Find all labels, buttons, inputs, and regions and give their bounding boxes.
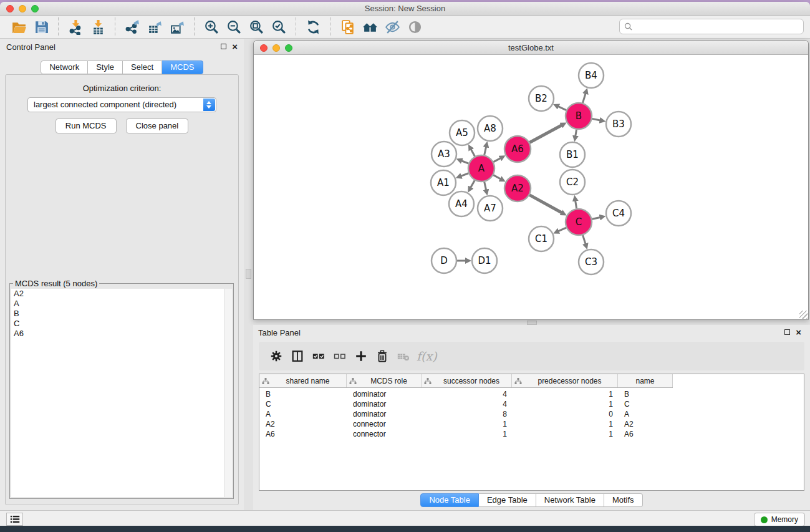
graph-edge-C-C3[interactable] [583, 235, 586, 244]
result-list-scrollbar[interactable] [224, 289, 232, 497]
table-cell: 8 [422, 409, 512, 419]
show-all-eye-icon[interactable] [405, 17, 424, 36]
graph-edge-A2-C[interactable] [529, 195, 562, 213]
minimize-window-button[interactable] [19, 5, 26, 12]
network-canvas[interactable]: B4B2BB3A5A8A6B1A3AC2A1A2A4A7C4CC1C3DD1 [254, 56, 808, 319]
table-row[interactable]: Cdominator41C [259, 399, 804, 409]
delete-column-trash-icon[interactable] [372, 346, 393, 367]
column-header-successor-nodes[interactable]: successor nodes [422, 374, 512, 387]
graph-edge-A-A3[interactable] [461, 161, 468, 163]
optimization-criterion-select[interactable]: largest connected component (directed) [27, 97, 216, 112]
export-table-icon[interactable] [145, 17, 164, 36]
graph-edge-B-B3[interactable] [592, 118, 600, 120]
table-row[interactable]: Bdominator41B [259, 389, 804, 399]
delete-table-icon-disabled [393, 346, 414, 367]
search-field[interactable] [619, 19, 804, 34]
tab-node-table[interactable]: Node Table [420, 493, 479, 507]
network-close-button[interactable] [260, 44, 268, 52]
graph-edge-A-A7[interactable] [485, 181, 486, 190]
run-mcds-button[interactable]: Run MCDS [55, 118, 117, 133]
optimization-criterion-label: Optimization criterion: [6, 84, 238, 93]
table-panel-tabs: Node TableEdge TableNetwork TableMotifs [253, 493, 810, 507]
graph-edge-B-B1[interactable] [576, 130, 577, 137]
add-column-icon[interactable] [350, 346, 372, 367]
table-settings-gear-icon[interactable] [266, 346, 287, 367]
graph-edge-A-A2[interactable] [493, 175, 501, 179]
table-cell: 1 [422, 429, 512, 439]
export-image-icon[interactable] [168, 17, 186, 36]
zoom-window-button[interactable] [31, 5, 39, 12]
window-resize-grip[interactable] [799, 311, 808, 319]
close-table-panel-icon[interactable]: × [796, 329, 801, 335]
tab-edge-table[interactable]: Edge Table [479, 493, 536, 507]
table-cell: C [259, 399, 347, 409]
import-network-icon[interactable] [66, 17, 85, 36]
deselect-all-rows-icon[interactable] [329, 346, 350, 367]
graph-edge-A-A8[interactable] [485, 147, 486, 155]
memory-button[interactable]: Memory [754, 513, 805, 526]
mcds-result-item[interactable]: B [11, 309, 232, 319]
task-history-button[interactable] [6, 513, 23, 526]
graph-node-label-A5: A5 [456, 127, 468, 138]
graph-edge-A-A4[interactable] [471, 180, 475, 188]
save-session-icon[interactable] [32, 17, 51, 36]
graph-edge-B-B4[interactable] [582, 94, 586, 103]
float-table-panel-icon[interactable] [784, 329, 790, 335]
zoom-in-icon[interactable] [202, 17, 221, 36]
zoom-out-icon[interactable] [224, 17, 243, 36]
table-row[interactable]: Adominator80A [259, 409, 804, 419]
horizontal-splitter-grip[interactable] [527, 321, 537, 325]
graph-edge-C-C4[interactable] [592, 217, 600, 219]
table-row[interactable]: A6connector11A6 [259, 429, 804, 439]
mcds-result-item[interactable]: A2 [11, 289, 232, 299]
search-input[interactable] [635, 21, 803, 33]
column-header-name[interactable]: name [618, 374, 673, 387]
split-table-view-icon[interactable] [287, 346, 308, 367]
close-panel-button[interactable]: Close panel [126, 118, 189, 133]
export-network-icon[interactable] [123, 17, 142, 36]
zoom-selected-icon[interactable] [269, 17, 288, 36]
column-header-mcds-role[interactable]: MCDS role [347, 374, 422, 387]
network-zoom-button[interactable] [285, 44, 292, 52]
float-panel-icon[interactable] [221, 44, 226, 49]
tab-network[interactable]: Network [41, 60, 88, 74]
refresh-layout-icon[interactable] [304, 17, 322, 36]
network-minimize-button[interactable] [272, 44, 280, 52]
mcds-result-item[interactable]: C [11, 319, 232, 329]
graph-edge-C-C2[interactable] [576, 201, 577, 209]
graph-node-label-A7: A7 [484, 203, 496, 214]
graph-edge-A-A1[interactable] [461, 173, 468, 177]
tab-select[interactable]: Select [123, 60, 162, 74]
mcds-result-list[interactable]: A2ABCA6 [11, 289, 232, 497]
import-table-icon[interactable] [89, 17, 107, 36]
close-panel-icon[interactable]: × [232, 44, 238, 49]
table-row[interactable]: A2connector11A2 [259, 419, 804, 429]
tab-mcds[interactable]: MCDS [162, 60, 203, 74]
graph-edge-C-C1[interactable] [558, 228, 566, 231]
home-icon[interactable] [360, 17, 379, 36]
hide-selected-eye-icon[interactable] [383, 17, 402, 36]
graph-edge-A6-B[interactable] [529, 125, 561, 143]
tab-style[interactable]: Style [88, 60, 123, 74]
vertical-splitter-grip[interactable] [246, 269, 251, 279]
mcds-result-item[interactable]: A [11, 299, 232, 309]
graph-edge-A-A5[interactable] [471, 149, 475, 156]
mcds-result-groupbox: MCDS result (5 nodes) A2ABCA6 [9, 283, 234, 499]
column-header-shared-name[interactable]: shared name [259, 374, 347, 387]
main-toolbar [0, 16, 810, 39]
graph-edge-B-B2[interactable] [558, 107, 566, 110]
tab-motifs[interactable]: Motifs [604, 493, 643, 507]
select-all-rows-icon[interactable] [308, 346, 329, 367]
open-file-icon[interactable] [9, 17, 28, 36]
mcds-result-item[interactable]: A6 [11, 329, 232, 339]
graph-edge-A-A6[interactable] [493, 158, 500, 162]
main-area: Control Panel × NetworkStyleSelectMCDS O… [0, 39, 810, 510]
tab-network-table[interactable]: Network Table [536, 493, 604, 507]
column-header-predecessor-nodes[interactable]: predecessor nodes [512, 374, 618, 387]
table-cell: 4 [422, 389, 512, 399]
table-cell: dominator [347, 409, 422, 419]
clone-network-icon[interactable] [338, 17, 357, 36]
graph-node-label-B2: B2 [535, 93, 547, 104]
zoom-fit-icon[interactable] [247, 17, 266, 36]
close-window-button[interactable] [6, 5, 14, 12]
